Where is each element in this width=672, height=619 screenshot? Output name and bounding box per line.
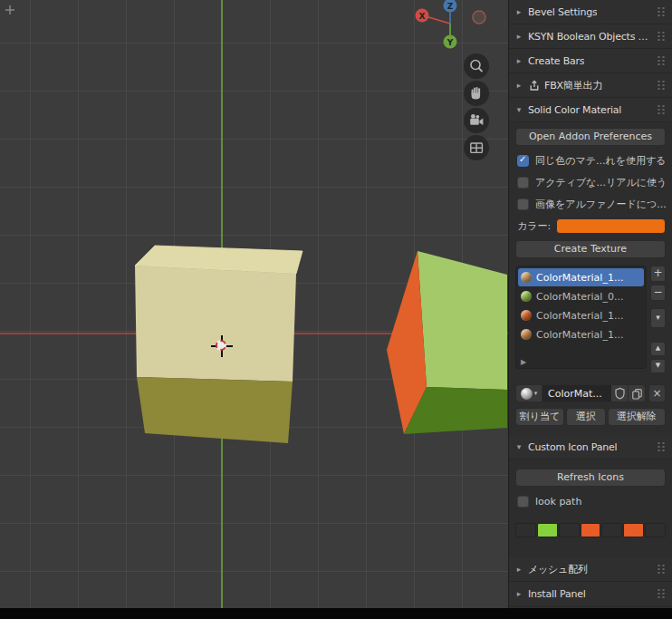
drag-grip-icon[interactable] <box>657 588 666 599</box>
export-icon <box>528 80 540 92</box>
panel-title: FBX簡単出力 <box>544 79 602 92</box>
drag-grip-icon[interactable] <box>657 564 666 575</box>
color-swatch[interactable] <box>556 218 666 234</box>
create-texture-button[interactable]: Create Texture <box>515 240 666 258</box>
solid-color-material-panel: Open Addon Preferences ✓ 同じ色のマテ...れを使用する… <box>509 122 672 435</box>
checkbox-label: アクティブな...リアルに使う <box>535 176 666 189</box>
cube-left-front-face[interactable] <box>135 266 296 382</box>
panel-title: Custom Icon Panel <box>528 441 617 453</box>
navigation-gizmo[interactable]: Z X Y <box>402 0 493 53</box>
chevron-right-icon: ▸ <box>514 589 523 598</box>
camera-view-button[interactable] <box>464 108 489 133</box>
zoom-button[interactable] <box>464 53 489 79</box>
chevron-down-icon: ▾ <box>514 105 523 114</box>
checkbox-row-look-path: look path <box>515 490 666 512</box>
icon-swatch[interactable] <box>537 523 558 537</box>
material-list-area: ColorMaterial_1... ColorMaterial_0... Co… <box>515 266 666 373</box>
pan-button[interactable] <box>464 81 489 106</box>
panel-title: Solid Color Material <box>528 104 621 116</box>
material-name-field[interactable]: ColorMat... <box>542 384 611 402</box>
material-specials-menu-button[interactable]: ▾ <box>650 308 666 328</box>
cube-right-top-face[interactable] <box>418 251 507 390</box>
move-material-up-button[interactable]: ▲ <box>650 342 666 356</box>
blender-window: Z X Y <box>0 0 672 619</box>
chevron-down-icon: ▾ <box>514 442 523 451</box>
checkbox-row-active-material: アクティブな...リアルに使う <box>515 171 666 193</box>
panel-header-fbx-export[interactable]: ▸ FBX簡単出力 <box>509 73 672 98</box>
toggle-perspective-button[interactable] <box>464 135 489 160</box>
material-list-item[interactable]: ColorMaterial_1... <box>518 306 644 324</box>
material-list-item[interactable]: ColorMaterial_0... <box>518 287 644 305</box>
gizmo-z-ball[interactable] <box>444 0 457 13</box>
panel-title: メッシュ配列 <box>528 563 588 576</box>
refresh-icons-button[interactable]: Refresh Icons <box>515 469 666 487</box>
material-name: ColorMaterial_1... <box>536 272 623 284</box>
icon-swatch[interactable] <box>645 523 666 537</box>
drag-grip-icon[interactable] <box>657 80 666 91</box>
chevron-down-icon: ▾ <box>534 390 538 397</box>
unlink-material-button[interactable]: × <box>648 384 666 402</box>
chevron-right-icon: ▸ <box>514 81 523 90</box>
chevron-right-icon: ▸ <box>514 565 523 574</box>
icon-swatch[interactable] <box>559 523 580 537</box>
drag-grip-icon[interactable] <box>657 441 666 452</box>
drag-grip-icon[interactable] <box>657 6 666 17</box>
active-material-checkbox[interactable] <box>517 177 529 189</box>
same-color-checkbox[interactable]: ✓ <box>517 155 529 167</box>
color-label: カラー: <box>517 219 551 233</box>
fake-user-shield-button[interactable] <box>611 384 629 402</box>
checkbox-row-same-color: ✓ 同じ色のマテ...れを使用する <box>515 150 666 171</box>
check-icon: ✓ <box>519 154 526 164</box>
panel-header-create-bars[interactable]: ▸ Create Bars <box>509 49 672 73</box>
icon-swatch[interactable] <box>601 523 622 537</box>
open-addon-preferences-button[interactable]: Open Addon Preferences <box>515 128 666 146</box>
panel-header-install-panel[interactable]: ▸ Install Panel <box>509 582 672 606</box>
panel-header-ksyn-boolean[interactable]: ▸ KSYN Boolean Objects Status <box>509 24 672 49</box>
panel-header-mesh-array[interactable]: ▸ メッシュ配列 <box>509 557 672 582</box>
deselect-button[interactable]: 選択解除 <box>608 408 666 426</box>
drag-grip-icon[interactable] <box>657 31 666 42</box>
copy-icon <box>631 388 643 400</box>
gizmo-y-ball[interactable] <box>444 35 457 49</box>
chevron-right-icon: ▸ <box>514 7 523 16</box>
shield-icon <box>614 387 626 400</box>
zoom-icon <box>467 57 485 75</box>
chevron-right-icon: ▸ <box>514 56 523 65</box>
drag-grip-icon[interactable] <box>657 104 666 115</box>
drag-grip-icon[interactable] <box>657 55 666 66</box>
assign-buttons-row: 割り当て 選択 選択解除 <box>515 408 666 426</box>
icon-swatch[interactable] <box>515 523 536 537</box>
material-sphere-icon <box>521 272 532 283</box>
status-bar <box>0 608 672 619</box>
cube-left-side-face[interactable] <box>137 377 293 443</box>
material-list-item[interactable]: ColorMaterial_1... <box>518 268 644 286</box>
3d-viewport[interactable]: Z X Y <box>0 0 508 608</box>
overlay-cross-icon <box>5 5 15 15</box>
alpha-node-checkbox[interactable] <box>517 198 529 210</box>
duplicate-material-button[interactable] <box>629 384 646 402</box>
assign-button[interactable]: 割り当て <box>515 408 564 426</box>
gizmo-x-ball[interactable] <box>416 9 429 23</box>
select-button[interactable]: 選択 <box>566 408 606 426</box>
viewport-tool-column <box>464 53 489 160</box>
add-material-button[interactable]: + <box>650 266 666 282</box>
material-name: ColorMaterial_1... <box>536 329 623 341</box>
gizmo-negative-axis-ball[interactable] <box>473 11 485 24</box>
material-sphere-icon <box>521 310 532 321</box>
move-material-down-button[interactable]: ▼ <box>650 359 666 373</box>
material-list-controls: + − ▾ ▲ ▼ <box>650 266 666 373</box>
panel-header-bevel-settings[interactable]: ▸ Bevel Settings <box>509 0 672 24</box>
icon-swatch[interactable] <box>581 523 601 537</box>
panel-header-custom-icon[interactable]: ▾ Custom Icon Panel <box>509 435 672 459</box>
remove-material-button[interactable]: − <box>650 285 666 301</box>
panel-header-solid-color-material[interactable]: ▾ Solid Color Material <box>509 98 672 122</box>
custom-icon-panel: Refresh Icons look path <box>509 459 672 557</box>
icon-swatch[interactable] <box>623 523 644 537</box>
look-path-checkbox[interactable] <box>517 496 529 508</box>
material-list-item[interactable]: ColorMaterial_1... <box>518 325 644 343</box>
panel-title: Create Bars <box>528 55 584 67</box>
panel-title: Bevel Settings <box>528 6 597 18</box>
list-filter-expander-icon[interactable]: ▶ <box>521 358 526 366</box>
browse-material-button[interactable]: ▾ <box>515 384 542 402</box>
material-name: ColorMaterial_0... <box>536 291 623 303</box>
